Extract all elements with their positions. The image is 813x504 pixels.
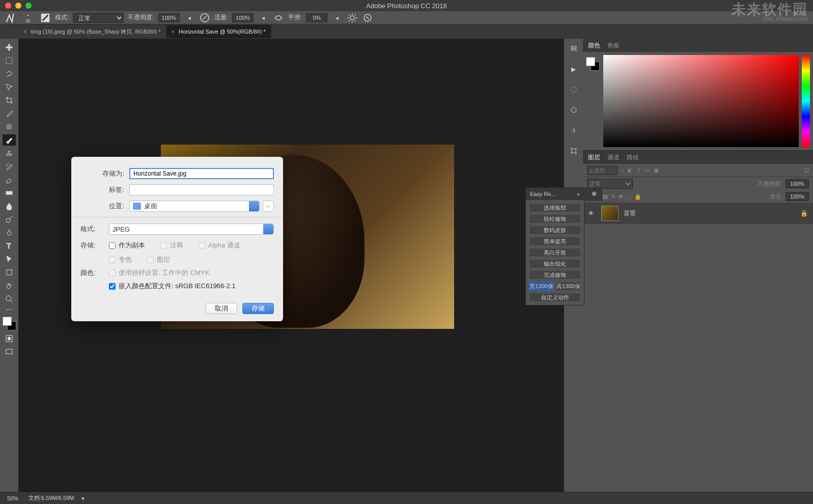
- easy-retouch-button[interactable]: 轻松修饰: [529, 214, 581, 223]
- collapsed-panel-icon[interactable]: ✻: [585, 187, 602, 201]
- smoothing-options-icon[interactable]: [347, 12, 358, 23]
- lock-position-icon[interactable]: ✥: [619, 193, 623, 200]
- save-button[interactable]: 存储: [242, 303, 274, 314]
- panel-collapse-icon[interactable]: »: [577, 191, 580, 197]
- custom-action-button[interactable]: 自定义动作: [529, 293, 581, 302]
- adjustments-panel-icon[interactable]: [568, 104, 580, 116]
- hue-slider[interactable]: [802, 55, 810, 147]
- filter-shape-icon[interactable]: ▭: [644, 167, 650, 174]
- location-select[interactable]: 桌面: [129, 201, 260, 212]
- filter-smart-icon[interactable]: ▣: [654, 167, 659, 174]
- edit-toolbar-icon[interactable]: ⋯: [3, 306, 16, 313]
- lock-all-icon[interactable]: 🔒: [634, 193, 641, 200]
- type-tool-icon[interactable]: T: [3, 240, 16, 251]
- path-select-tool-icon[interactable]: [3, 254, 16, 265]
- lock-pixels-icon[interactable]: ✎: [611, 193, 615, 200]
- layer-lock-icon[interactable]: 🔒: [800, 210, 808, 217]
- document-tab-2[interactable]: × Horizontal Save @ 50%(RGB/8#) *: [166, 25, 271, 38]
- layer-filter-input[interactable]: [587, 166, 618, 175]
- pressure-size-icon[interactable]: [362, 12, 373, 23]
- opacity-input[interactable]: [158, 13, 180, 22]
- lock-transparency-icon[interactable]: ▦: [603, 193, 608, 200]
- filter-type-icon[interactable]: T: [637, 167, 640, 174]
- filter-toggle-icon[interactable]: ⊡: [804, 167, 809, 174]
- cancel-button[interactable]: 取消: [206, 303, 237, 314]
- brush-panel-toggle-icon[interactable]: [40, 12, 51, 23]
- lasso-tool-icon[interactable]: [3, 68, 16, 79]
- maximize-window-button[interactable]: [25, 3, 32, 9]
- filename-input[interactable]: [129, 168, 274, 179]
- swatches-tab[interactable]: 色板: [607, 41, 620, 50]
- tool-preset-icon[interactable]: [5, 12, 16, 23]
- brush-preset-thumb[interactable]: 35: [20, 12, 36, 23]
- color-field[interactable]: [603, 55, 799, 147]
- channels-tab[interactable]: 通道: [607, 153, 620, 162]
- width-1300-button[interactable]: 宽1300保: [529, 282, 554, 291]
- whiten-teeth-button[interactable]: 美白牙齿: [529, 248, 581, 257]
- select-face-button[interactable]: 选择脸部: [529, 203, 581, 212]
- fg-bg-color-swatch[interactable]: [586, 57, 600, 71]
- clone-stamp-tool-icon[interactable]: [3, 148, 16, 159]
- zoom-level[interactable]: 50%: [7, 495, 18, 501]
- fill-input[interactable]: [786, 192, 809, 201]
- actions-panel-icon[interactable]: ▶: [568, 63, 580, 75]
- layer-name[interactable]: 背景: [624, 209, 636, 218]
- lock-artboard-icon[interactable]: ⬚: [626, 193, 631, 200]
- finish-retouch-button[interactable]: 完成修饰: [529, 270, 581, 279]
- paragraph-panel-icon[interactable]: [568, 145, 580, 157]
- blur-tool-icon[interactable]: [3, 201, 16, 212]
- zoom-tool-icon[interactable]: [3, 293, 16, 304]
- visibility-toggle-icon[interactable]: 👁: [588, 210, 596, 217]
- height-1300-button[interactable]: 高1300保: [556, 282, 581, 291]
- expand-dialog-button[interactable]: [263, 201, 274, 212]
- document-info[interactable]: 文档:6.59M/6.59M▸: [29, 494, 85, 502]
- digital-skin-button[interactable]: 数码皮肤: [529, 226, 581, 235]
- canvas-area[interactable]: Easy Re... » 选择脸部 轻松修饰 数码皮肤 简单提亮 美白牙齿 输出…: [18, 39, 564, 492]
- crop-tool-icon[interactable]: [3, 95, 16, 106]
- filter-pixel-icon[interactable]: ▫: [622, 167, 624, 174]
- blend-mode-select[interactable]: 正常: [73, 13, 124, 23]
- simple-brighten-button[interactable]: 简单提亮: [529, 237, 581, 246]
- close-tab-icon[interactable]: ×: [172, 29, 175, 35]
- layer-row[interactable]: 👁 背景 🔒: [583, 203, 813, 224]
- shape-tool-icon[interactable]: [3, 267, 16, 278]
- pressure-opacity-icon[interactable]: [199, 12, 210, 23]
- paths-tab[interactable]: 路径: [627, 153, 639, 162]
- easy-retouch-panel-header[interactable]: Easy Re... »: [526, 188, 584, 200]
- screen-mode-icon[interactable]: [3, 346, 16, 357]
- character-panel-icon[interactable]: A: [568, 124, 580, 136]
- minimize-window-button[interactable]: [15, 3, 21, 9]
- dodge-tool-icon[interactable]: [3, 214, 16, 225]
- layer-opacity-input[interactable]: [786, 179, 809, 188]
- smoothing-input[interactable]: [306, 13, 327, 22]
- close-window-button[interactable]: [5, 3, 11, 9]
- brush-tool-icon[interactable]: [3, 134, 16, 146]
- marquee-tool-icon[interactable]: [3, 55, 16, 66]
- quick-mask-icon[interactable]: [3, 333, 16, 344]
- eyedropper-tool-icon[interactable]: [3, 108, 16, 119]
- flow-input[interactable]: [232, 13, 254, 22]
- opacity-scrubby-icon[interactable]: ◂: [184, 12, 195, 23]
- hand-tool-icon[interactable]: [3, 280, 16, 291]
- history-panel-icon[interactable]: [568, 43, 580, 55]
- color-swatches-icon[interactable]: [3, 315, 16, 331]
- flow-scrubby-icon[interactable]: ◂: [258, 12, 269, 23]
- quick-select-tool-icon[interactable]: [3, 81, 16, 93]
- format-select[interactable]: JPEG: [109, 223, 274, 235]
- embed-icc-checkbox[interactable]: 嵌入颜色配置文件: sRGB IEC61966-2.1: [109, 282, 274, 291]
- layer-thumbnail[interactable]: [601, 206, 619, 221]
- layers-tab[interactable]: 图层: [588, 153, 600, 162]
- gradient-tool-icon[interactable]: [3, 187, 16, 199]
- as-copy-checkbox[interactable]: 作为副本: [109, 241, 145, 250]
- filter-adjust-icon[interactable]: ◐: [628, 167, 633, 174]
- eraser-tool-icon[interactable]: [3, 174, 16, 185]
- smoothing-scrubby-icon[interactable]: ◂: [331, 12, 343, 23]
- close-tab-icon[interactable]: ×: [23, 29, 26, 35]
- properties-panel-icon[interactable]: [568, 83, 580, 96]
- move-tool-icon[interactable]: [3, 42, 16, 53]
- color-tab[interactable]: 颜色: [588, 41, 600, 50]
- healing-tool-icon[interactable]: [3, 121, 16, 132]
- tags-input[interactable]: [129, 184, 274, 195]
- history-brush-tool-icon[interactable]: [3, 161, 16, 172]
- output-sharpen-button[interactable]: 输出锐化: [529, 259, 581, 268]
